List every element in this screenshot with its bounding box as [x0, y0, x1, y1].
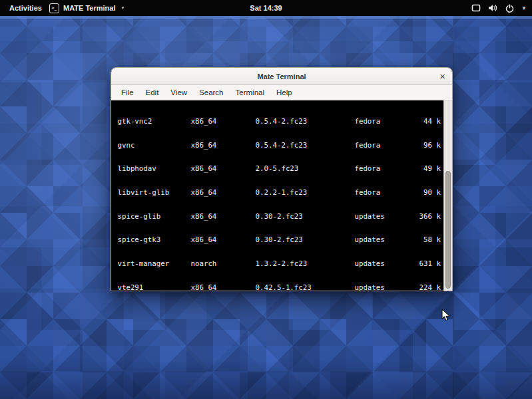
- terminal-line: spice-gtk3 x86_64 0.30-2.fc23 updates 58…: [113, 236, 443, 244]
- clock-label: Sat 14:39: [250, 4, 282, 12]
- close-button[interactable]: ×: [439, 68, 445, 84]
- window-title: Mate Terminal: [257, 72, 306, 80]
- activities-button[interactable]: Activities: [7, 0, 45, 16]
- terminal-line: virt-manager noarch 1.3.2-2.fc23 updates…: [113, 260, 443, 268]
- top-bar: Activities >_ MATE Terminal ▼ Sat 14:39 …: [0, 0, 532, 16]
- activities-label: Activities: [9, 4, 42, 12]
- menu-search[interactable]: Search: [193, 85, 229, 100]
- terminal-window: Mate Terminal × File Edit View Search Te…: [111, 67, 453, 291]
- app-menu-button[interactable]: >_ MATE Terminal ▼: [47, 0, 127, 16]
- mouse-cursor: [441, 309, 451, 322]
- terminal-line: gvnc x86_64 0.5.4-2.fc23 fedora 96 k: [113, 142, 443, 150]
- system-tray-menu[interactable]: ▼: [471, 0, 527, 16]
- terminal-output: gtk-vnc2 x86_64 0.5.4-2.fc23 fedora 44 k…: [111, 100, 443, 291]
- app-menu-label: MATE Terminal: [63, 4, 115, 12]
- scrollbar[interactable]: [443, 100, 452, 291]
- clock-button[interactable]: Sat 14:39: [250, 0, 282, 16]
- terminal-line: libvirt-glib x86_64 0.2.2-1.fc23 fedora …: [113, 189, 443, 197]
- chevron-down-icon: ▼: [121, 6, 125, 10]
- menu-file[interactable]: File: [115, 85, 140, 100]
- desktop-screen: Activities >_ MATE Terminal ▼ Sat 14:39 …: [0, 0, 532, 399]
- menu-help[interactable]: Help: [270, 85, 298, 100]
- terminal-icon: >_: [49, 3, 59, 13]
- terminal-line: libphodav x86_64 2.0-5.fc23 fedora 49 k: [113, 165, 443, 173]
- menu-bar: File Edit View Search Terminal Help: [111, 85, 452, 100]
- window-titlebar[interactable]: Mate Terminal ×: [111, 68, 452, 85]
- menu-view[interactable]: View: [164, 85, 193, 100]
- terminal-line: vte291 x86_64 0.42.5-1.fc23 updates 224 …: [113, 284, 443, 291]
- power-icon: [505, 4, 514, 13]
- menu-edit[interactable]: Edit: [140, 85, 165, 100]
- terminal-line: spice-glib x86_64 0.30-2.fc23 updates 36…: [113, 213, 443, 221]
- terminal-line: gtk-vnc2 x86_64 0.5.4-2.fc23 fedora 44 k: [113, 118, 443, 126]
- menu-terminal[interactable]: Terminal: [230, 85, 270, 100]
- scrollbar-thumb[interactable]: [445, 171, 451, 289]
- terminal-content[interactable]: gtk-vnc2 x86_64 0.5.4-2.fc23 fedora 44 k…: [111, 100, 452, 291]
- display-icon: [471, 4, 481, 12]
- chevron-down-icon: ▼: [521, 5, 527, 11]
- volume-icon: [488, 4, 498, 12]
